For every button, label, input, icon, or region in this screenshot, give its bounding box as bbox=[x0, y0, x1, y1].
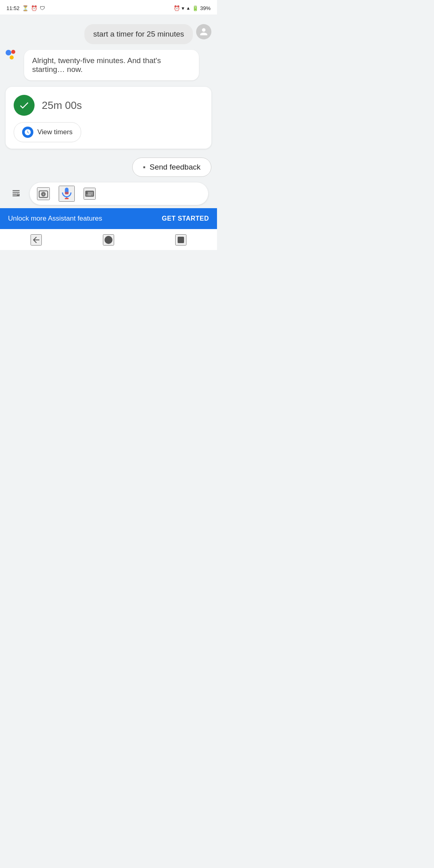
get-started-button[interactable]: GET STARTED bbox=[162, 215, 209, 222]
send-feedback-row: ▪ Send feedback bbox=[6, 158, 211, 177]
recents-button[interactable] bbox=[175, 234, 186, 246]
clock-icon bbox=[22, 127, 33, 138]
navigation-bar bbox=[0, 229, 217, 250]
user-message-row: start a timer for 25 minutes bbox=[6, 24, 211, 44]
status-bar: 11:52 ⏳ ⏰ 🛡 ⏰ ▾ ▲ 🔋 39% bbox=[0, 0, 217, 14]
back-button[interactable] bbox=[31, 234, 42, 246]
keyboard-button[interactable] bbox=[84, 188, 96, 200]
microphone-icon bbox=[59, 186, 74, 201]
back-icon bbox=[31, 235, 41, 245]
home-button[interactable] bbox=[103, 234, 114, 246]
svg-rect-8 bbox=[178, 237, 184, 243]
feedback-icon: ▪ bbox=[143, 163, 145, 172]
send-feedback-button[interactable]: ▪ Send feedback bbox=[132, 158, 211, 177]
camera-search-icon bbox=[38, 188, 49, 199]
inbox-tray-icon bbox=[11, 188, 21, 199]
wifi-icon: ▾ bbox=[182, 5, 184, 11]
bottom-area: ▪ Send feedback bbox=[0, 153, 217, 208]
google-assistant-logo bbox=[6, 50, 21, 65]
clock-svg bbox=[24, 129, 31, 136]
shield-status-icon: 🛡 bbox=[40, 5, 45, 11]
timer-status-icon: ⏳ bbox=[22, 5, 29, 11]
view-timers-label: View timers bbox=[37, 128, 73, 136]
assistant-message-bubble: Alright, twenty-five minutes. And that's… bbox=[24, 50, 199, 80]
blue-banner: Unlock more Assistant features GET START… bbox=[0, 208, 217, 229]
checkmark-icon bbox=[18, 100, 30, 111]
camera-search-button[interactable] bbox=[37, 187, 50, 200]
svg-rect-6 bbox=[65, 192, 69, 194]
input-capsule bbox=[30, 182, 208, 205]
alarm-status-icon: ⏰ bbox=[31, 5, 37, 11]
user-avatar-icon bbox=[199, 27, 208, 36]
user-message-bubble: start a timer for 25 minutes bbox=[84, 24, 193, 44]
assistant-message-row: Alright, twenty-five minutes. And that's… bbox=[6, 50, 211, 80]
time-display: 11:52 bbox=[6, 5, 20, 11]
input-row bbox=[6, 182, 211, 205]
home-icon bbox=[104, 235, 113, 245]
battery-percent: 39% bbox=[200, 5, 211, 11]
keyboard-icon bbox=[84, 188, 95, 199]
timer-check-icon bbox=[14, 95, 35, 116]
battery-icon: 🔋 bbox=[192, 5, 199, 11]
timer-info: 25m 00s bbox=[14, 95, 203, 116]
user-avatar bbox=[196, 24, 211, 39]
banner-text: Unlock more Assistant features bbox=[8, 214, 102, 223]
send-feedback-label: Send feedback bbox=[149, 163, 201, 172]
tray-icon-button[interactable] bbox=[6, 183, 27, 204]
timer-display: 25m 00s bbox=[42, 99, 82, 112]
recents-icon bbox=[176, 235, 186, 245]
chat-area: start a timer for 25 minutes Alright, tw… bbox=[0, 14, 217, 153]
signal-icon: ▲ bbox=[186, 6, 190, 10]
svg-point-2 bbox=[43, 193, 45, 195]
timer-card: 25m 00s View timers bbox=[6, 87, 211, 149]
alarm-right-icon: ⏰ bbox=[174, 5, 180, 11]
view-timers-button[interactable]: View timers bbox=[14, 122, 81, 142]
svg-point-7 bbox=[105, 236, 112, 244]
microphone-button[interactable] bbox=[59, 186, 75, 202]
